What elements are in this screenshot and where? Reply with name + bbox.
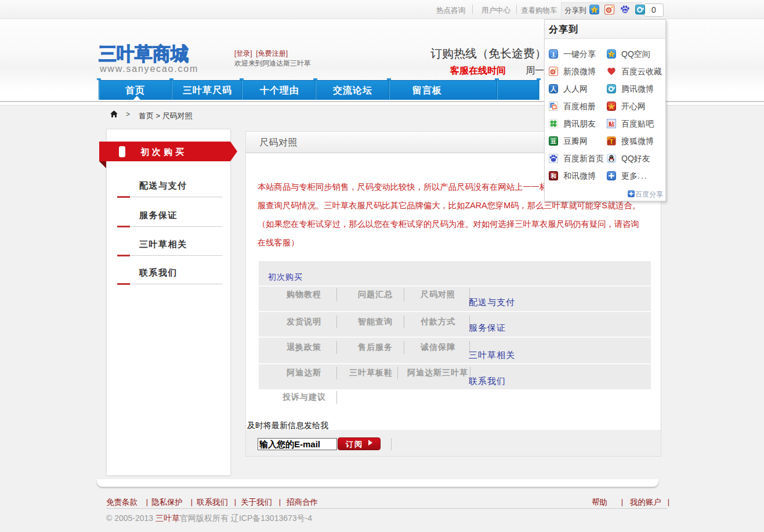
svg-text:du: du: [623, 9, 628, 13]
svg-text:人: 人: [550, 85, 557, 93]
svg-text:贴: 贴: [608, 121, 614, 127]
svg-text:和: 和: [550, 173, 556, 179]
svg-text:豆: 豆: [550, 138, 556, 144]
svg-text:z: z: [593, 8, 596, 12]
svg-text:T: T: [610, 138, 614, 145]
svg-text:1: 1: [552, 50, 555, 57]
